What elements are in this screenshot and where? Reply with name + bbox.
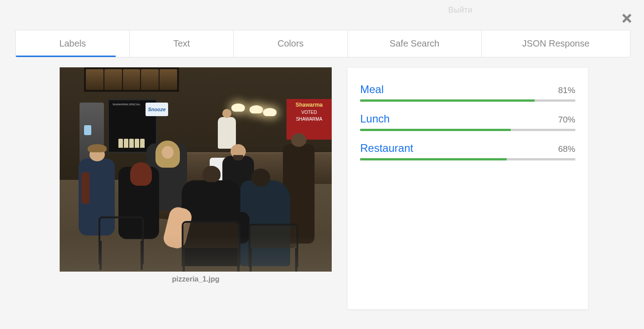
confidence-fill xyxy=(360,129,511,131)
image-filename: pizzeria_1.jpg xyxy=(172,275,220,283)
label-percent: 81% xyxy=(558,85,575,95)
confidence-fill xyxy=(360,99,535,102)
tab-json-response[interactable]: JSON Response xyxy=(482,30,630,57)
label-name: Meal xyxy=(360,83,384,96)
close-icon[interactable] xyxy=(621,13,632,24)
label-percent: 70% xyxy=(558,115,575,125)
content-area: SHAWARMA SPECIAL Snooze Shawarma VOTED S… xyxy=(15,67,630,310)
label-row: Lunch 70% xyxy=(360,113,575,131)
label-name: Restaurant xyxy=(360,142,413,155)
label-percent: 68% xyxy=(558,144,575,154)
logout-link[interactable]: Выйти xyxy=(448,5,472,15)
labels-results: Meal 81% Lunch 70% Restaurant 68% xyxy=(347,67,588,310)
confidence-bar xyxy=(360,99,575,102)
tab-colors[interactable]: Colors xyxy=(234,30,348,57)
analyzed-image: SHAWARMA SPECIAL Snooze Shawarma VOTED S… xyxy=(60,67,332,272)
label-row: Meal 81% xyxy=(360,83,575,102)
label-name: Lunch xyxy=(360,113,390,125)
confidence-fill xyxy=(360,158,507,160)
tab-labels[interactable]: Labels xyxy=(16,30,130,57)
tabs-bar: Labels Text Colors Safe Search JSON Resp… xyxy=(15,30,630,57)
tab-text[interactable]: Text xyxy=(130,30,234,57)
tab-safe-search[interactable]: Safe Search xyxy=(348,30,482,57)
confidence-bar xyxy=(360,129,575,131)
image-pane: SHAWARMA SPECIAL Snooze Shawarma VOTED S… xyxy=(60,67,332,310)
confidence-bar xyxy=(360,158,575,160)
label-row: Restaurant 68% xyxy=(360,142,575,160)
